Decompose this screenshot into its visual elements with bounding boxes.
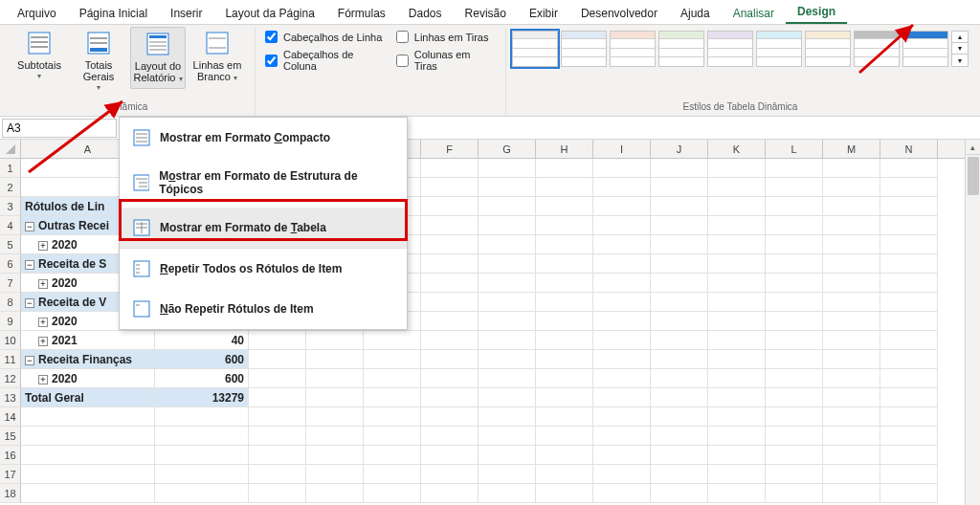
style-thumb[interactable] xyxy=(658,31,704,67)
row-header[interactable]: 11 xyxy=(0,350,21,369)
gallery-down-icon[interactable]: ▾ xyxy=(952,43,968,55)
expand-icon[interactable]: + xyxy=(38,375,48,384)
styles-gallery-scroll[interactable]: ▴ ▾ ▾ xyxy=(951,31,969,67)
collapse-icon[interactable]: − xyxy=(25,298,34,308)
grand-totals-button[interactable]: Totais Gerais ▾ xyxy=(71,27,126,97)
subtotals-button[interactable]: Subtotais ▾ xyxy=(11,27,67,85)
row-header[interactable]: 17 xyxy=(0,465,21,484)
expand-icon[interactable]: + xyxy=(38,337,48,346)
chk-banded-rows[interactable]: Linhas em Tiras xyxy=(396,31,492,43)
tab-view[interactable]: Exibir xyxy=(518,3,569,24)
tab-formulas[interactable]: Fórmulas xyxy=(326,3,397,24)
style-thumb[interactable] xyxy=(610,31,656,67)
chk-banded-cols[interactable]: Colunas em Tiras xyxy=(396,49,492,72)
col-header[interactable]: J xyxy=(651,140,708,158)
vertical-scrollbar[interactable]: ▴ xyxy=(965,140,980,505)
row-header[interactable]: 15 xyxy=(0,427,21,446)
subtotals-icon xyxy=(27,31,52,55)
row-header[interactable]: 18 xyxy=(0,484,21,503)
report-layout-button[interactable]: Layout do Relatório ▾ xyxy=(130,27,186,89)
row-header[interactable]: 1 xyxy=(0,159,21,178)
name-box[interactable] xyxy=(2,119,117,138)
row-header[interactable]: 2 xyxy=(0,178,21,197)
col-header[interactable]: N xyxy=(880,140,938,158)
row-header[interactable]: 7 xyxy=(0,274,21,293)
tab-developer[interactable]: Desenvolvedor xyxy=(569,3,669,24)
report-layout-menu: Mostrar em Formato Compacto Mostrar em F… xyxy=(119,117,408,330)
tab-home[interactable]: Página Inicial xyxy=(68,3,159,24)
expand-icon[interactable]: + xyxy=(38,318,48,327)
col-header[interactable]: F xyxy=(421,140,479,158)
collapse-icon[interactable]: − xyxy=(25,260,34,270)
row-header[interactable]: 10 xyxy=(0,331,21,350)
row-header[interactable]: 9 xyxy=(0,312,21,331)
cell[interactable]: 600 xyxy=(155,350,249,369)
row-header[interactable]: 13 xyxy=(0,388,21,407)
row-header[interactable]: 14 xyxy=(0,407,21,427)
row-header[interactable]: 16 xyxy=(0,446,21,465)
col-header[interactable]: L xyxy=(766,140,823,158)
row-header[interactable]: 12 xyxy=(0,369,21,388)
cell-text: 2021 xyxy=(52,334,78,347)
collapse-icon[interactable]: − xyxy=(25,356,34,365)
styles-gallery[interactable]: ▴ ▾ ▾ xyxy=(512,27,969,71)
chk-row-headers[interactable]: Cabeçalhos de Linha xyxy=(265,31,385,43)
gallery-up-icon[interactable]: ▴ xyxy=(952,32,968,43)
style-thumb[interactable] xyxy=(561,31,607,67)
style-thumb[interactable] xyxy=(756,31,802,67)
cell[interactable]: 13279 xyxy=(155,388,249,407)
select-all-corner[interactable] xyxy=(0,140,21,158)
row-header[interactable]: 5 xyxy=(0,235,21,254)
tab-data[interactable]: Dados xyxy=(397,3,454,24)
tab-review[interactable]: Revisão xyxy=(454,3,518,24)
menu-no-repeat-labels[interactable]: Não Repetir Rótulos de Item xyxy=(120,289,407,329)
cell[interactable]: 40 xyxy=(155,331,249,350)
chk-banded-rows-box[interactable] xyxy=(396,31,409,43)
style-thumb[interactable] xyxy=(707,31,753,67)
style-thumb[interactable] xyxy=(512,31,558,67)
cell[interactable]: +2021 xyxy=(21,331,155,350)
cell[interactable]: Total Geral xyxy=(21,388,155,407)
tab-insert[interactable]: Inserir xyxy=(159,3,213,24)
style-thumb[interactable] xyxy=(902,31,948,67)
tab-design[interactable]: Design xyxy=(786,1,847,24)
menu-compact[interactable]: Mostrar em Formato Compacto xyxy=(120,118,407,158)
svg-rect-9 xyxy=(149,35,167,38)
col-header[interactable]: M xyxy=(823,140,880,158)
menu-repeat-labels[interactable]: Repetir Todos os Rótulos de Item xyxy=(120,249,407,289)
menu-tabular[interactable]: Mostrar em Formato de Tabela xyxy=(120,208,407,248)
col-header[interactable]: G xyxy=(479,140,536,158)
row-header[interactable]: 8 xyxy=(0,293,21,312)
chevron-down-icon: ▾ xyxy=(97,84,100,93)
style-thumb[interactable] xyxy=(805,31,851,67)
expand-icon[interactable]: + xyxy=(38,241,48,251)
col-header[interactable]: H xyxy=(536,140,593,158)
collapse-icon[interactable]: − xyxy=(25,222,34,231)
tab-analyze[interactable]: Analisar xyxy=(722,3,786,24)
chk-col-headers[interactable]: Cabeçalhos de Coluna xyxy=(265,49,385,72)
menu-outline[interactable]: Mostrar em Formato de Estrutura de Tópic… xyxy=(120,158,407,208)
tab-file[interactable]: Arquivo xyxy=(6,3,68,24)
cell[interactable]: +2020 xyxy=(21,369,155,388)
cell[interactable]: −Receita Finanças xyxy=(21,350,155,369)
chk-banded-cols-box[interactable] xyxy=(396,55,409,67)
col-header[interactable]: K xyxy=(708,140,766,158)
row-header[interactable]: 4 xyxy=(0,216,21,235)
scroll-up-icon[interactable]: ▴ xyxy=(966,140,980,155)
expand-icon[interactable]: + xyxy=(38,279,48,289)
style-thumb[interactable] xyxy=(854,31,900,67)
gallery-more-icon[interactable]: ▾ xyxy=(952,55,968,66)
scroll-thumb[interactable] xyxy=(968,157,979,195)
blank-rows-button[interactable]: Linhas em Branco ▾ xyxy=(189,27,245,87)
chk-row-headers-box[interactable] xyxy=(265,31,278,43)
cell-text: 2020 xyxy=(52,276,78,290)
cell[interactable]: 600 xyxy=(155,369,249,388)
svg-rect-13 xyxy=(207,33,228,54)
tab-page-layout[interactable]: Layout da Página xyxy=(213,3,325,24)
row-header[interactable]: 3 xyxy=(0,197,21,216)
row-header[interactable]: 6 xyxy=(0,254,21,274)
chk-col-headers-box[interactable] xyxy=(265,55,278,67)
col-header[interactable]: I xyxy=(593,140,651,158)
tab-help[interactable]: Ajuda xyxy=(669,3,722,24)
blank-rows-icon xyxy=(205,31,230,55)
